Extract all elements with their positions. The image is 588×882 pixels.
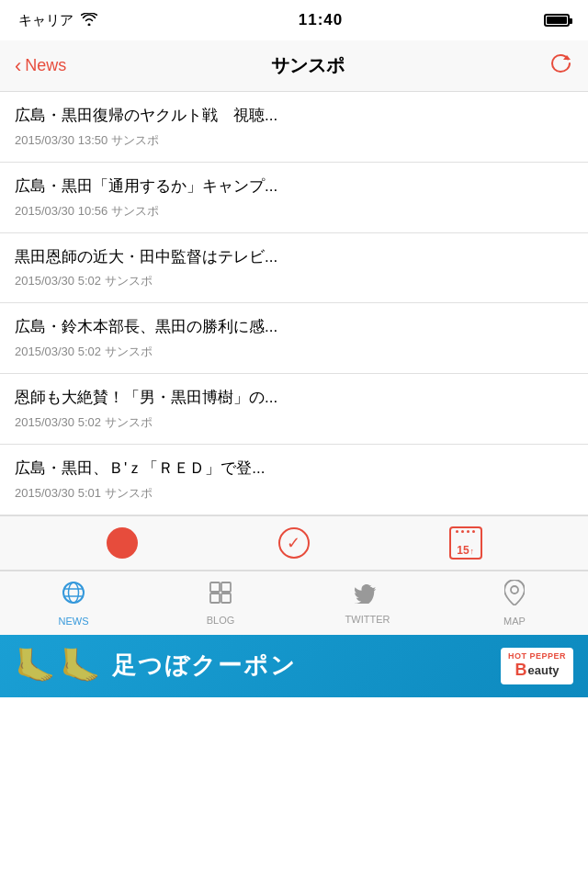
record-dot-icon xyxy=(107,527,138,559)
news-headline: 恩師も大絶賛！「男・黒田博樹」の... xyxy=(15,387,573,409)
record-button[interactable] xyxy=(99,520,145,566)
status-right xyxy=(544,14,570,27)
news-item[interactable]: 広島・黒田、Ｂ'ｚ「ＲＥＤ」で登... 2015/03/30 5:01 サンスポ xyxy=(0,445,588,515)
status-left: キャリア xyxy=(18,12,97,29)
toolbar: ✓ 15↑ xyxy=(0,515,588,571)
status-time: 11:40 xyxy=(299,11,343,29)
ad-text: 足つぼクーポン xyxy=(112,650,297,682)
tab-blog-label: BLOG xyxy=(207,615,235,626)
news-item[interactable]: 恩師も大絶賛！「男・黒田博樹」の... 2015/03/30 5:02 サンスポ xyxy=(0,374,588,445)
tab-news[interactable]: NEWS xyxy=(0,571,147,635)
tab-twitter-label: TWITTER xyxy=(345,614,390,625)
tab-twitter[interactable]: TWITTER xyxy=(294,571,441,635)
news-meta: 2015/03/30 5:02 サンスポ xyxy=(15,273,573,289)
ad-logo: HOT PEPPER Beauty xyxy=(501,648,573,684)
svg-rect-5 xyxy=(210,582,220,592)
calendar-icon: 15↑ xyxy=(449,526,482,560)
news-meta: 2015/03/30 13:50 サンスポ xyxy=(15,132,573,149)
chevron-left-icon: ‹ xyxy=(15,56,21,76)
ad-feet-icon: 🦶 🦶 xyxy=(15,647,101,685)
news-meta: 2015/03/30 5:02 サンスポ xyxy=(15,344,573,360)
ad-banner-left: 🦶 🦶 足つぼクーポン xyxy=(15,647,297,685)
check-circle-icon: ✓ xyxy=(278,527,310,559)
svg-rect-8 xyxy=(221,594,231,603)
news-item[interactable]: 黒田恩師の近大・田中監督はテレビ... 2015/03/30 5:02 サンスポ xyxy=(0,233,588,304)
svg-rect-7 xyxy=(210,594,220,603)
tab-blog[interactable]: BLOG xyxy=(147,571,294,635)
tab-bar: NEWS BLOG TWITTER MAP xyxy=(0,571,588,635)
back-button[interactable]: ‹ News xyxy=(15,56,66,76)
tab-map[interactable]: MAP xyxy=(441,571,588,635)
ad-banner[interactable]: 🦶 🦶 足つぼクーポン HOT PEPPER Beauty xyxy=(0,635,588,697)
status-bar: キャリア 11:40 xyxy=(0,0,588,40)
wifi-icon xyxy=(81,13,97,28)
news-meta: 2015/03/30 5:01 サンスポ xyxy=(15,485,573,502)
carrier-label: キャリア xyxy=(18,12,74,29)
news-headline: 広島・黒田「通用するか」キャンプ... xyxy=(15,175,573,198)
tab-map-label: MAP xyxy=(503,616,526,627)
check-button[interactable]: ✓ xyxy=(271,520,317,566)
page-title: サンスポ xyxy=(271,53,345,78)
battery-icon xyxy=(544,14,570,27)
tab-news-label: NEWS xyxy=(59,616,89,627)
news-meta: 2015/03/30 10:56 サンスポ xyxy=(15,203,573,220)
news-headline: 黒田恩師の近大・田中監督はテレビ... xyxy=(15,246,573,268)
twitter-icon xyxy=(355,582,380,610)
blog-icon xyxy=(209,581,232,611)
map-pin-icon xyxy=(504,580,525,612)
news-item[interactable]: 広島・黒田復帰のヤクルト戦 視聴... 2015/03/30 13:50 サンス… xyxy=(0,92,588,163)
svg-point-2 xyxy=(69,582,79,603)
svg-point-9 xyxy=(511,586,518,594)
svg-rect-6 xyxy=(221,582,231,592)
back-label: News xyxy=(25,56,66,75)
globe-icon xyxy=(61,580,86,612)
news-item[interactable]: 広島・黒田「通用するか」キャンプ... 2015/03/30 10:56 サンス… xyxy=(0,163,588,233)
news-list: 広島・黒田復帰のヤクルト戦 視聴... 2015/03/30 13:50 サンス… xyxy=(0,92,588,515)
refresh-button[interactable] xyxy=(549,51,573,81)
news-headline: 広島・黒田、Ｂ'ｚ「ＲＥＤ」で登... xyxy=(15,458,573,480)
calendar-button[interactable]: 15↑ xyxy=(443,520,489,566)
news-headline: 広島・鈴木本部長、黒田の勝利に感... xyxy=(15,316,573,338)
news-item[interactable]: 広島・鈴木本部長、黒田の勝利に感... 2015/03/30 5:02 サンスポ xyxy=(0,303,588,374)
news-headline: 広島・黒田復帰のヤクルト戦 視聴... xyxy=(15,105,573,127)
svg-point-1 xyxy=(63,582,84,603)
nav-bar: ‹ News サンスポ xyxy=(0,40,588,92)
news-meta: 2015/03/30 5:02 サンスポ xyxy=(15,414,573,431)
